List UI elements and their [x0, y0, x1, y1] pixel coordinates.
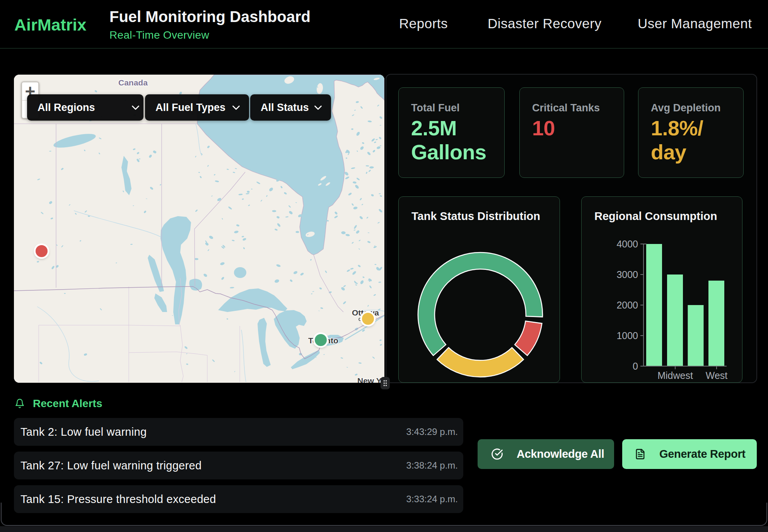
svg-text:2000: 2000: [616, 300, 638, 310]
svg-text:0: 0: [633, 361, 638, 372]
svg-text:West: West: [706, 370, 728, 381]
svg-text:Midwest: Midwest: [657, 370, 693, 381]
svg-text:4000: 4000: [616, 239, 638, 249]
svg-text:1000: 1000: [616, 330, 638, 341]
svg-text:3000: 3000: [616, 269, 638, 280]
